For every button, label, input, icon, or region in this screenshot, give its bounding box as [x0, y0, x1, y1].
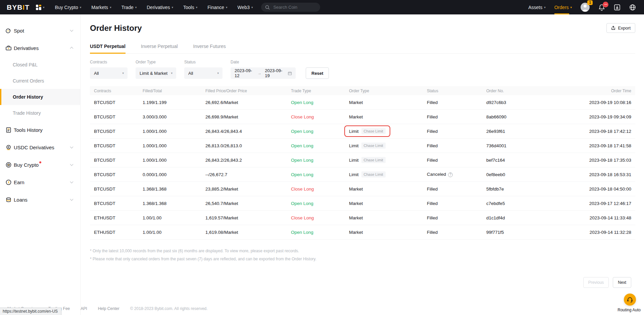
contracts-select[interactable]: All ▾	[90, 67, 128, 79]
date-to: 2023-09-19	[265, 68, 284, 78]
order-type-label: Limit	[349, 172, 359, 177]
download-app-button[interactable]	[614, 4, 621, 11]
search-box[interactable]	[261, 3, 320, 12]
cell-order-time: 2023-09-18 17:35:03	[558, 158, 635, 163]
chase-limit-badge: Chase Limit	[361, 128, 386, 134]
tab-inverse-perpetual[interactable]: Inverse Perpetual	[141, 44, 178, 53]
question-circle-icon[interactable]: ?	[448, 172, 453, 177]
table-row[interactable]: BTCUSDT1.000/1.00026,843.2/26,843.2Open …	[90, 153, 635, 167]
sidebar-item-label: Trade History	[13, 110, 41, 116]
nav-menu: Buy Crypto▾Markets▾Trade▾Derivatives▾Too…	[50, 0, 258, 14]
derivatives-icon	[5, 45, 12, 51]
support-chat-button[interactable]	[624, 294, 636, 306]
chevron-down-icon	[70, 198, 73, 201]
cell-trade-type: Open Long	[291, 201, 349, 206]
footer-link-help-center[interactable]: Help Center	[98, 306, 119, 311]
notifications-button[interactable]	[598, 4, 605, 11]
column-header-trade-type: Trade Type	[291, 89, 349, 93]
status-label: Filled	[427, 129, 438, 134]
sidebar: SpotDerivativesClosed P&LCurrent OrdersO…	[0, 14, 81, 315]
cell-filled-total: 1.368/1.368	[143, 187, 205, 192]
chevron-down-icon: ▾	[43, 6, 45, 9]
search-input[interactable]	[273, 4, 313, 10]
sidebar-item-trade-history[interactable]: Trade History	[0, 105, 80, 121]
orders-menu[interactable]: Orders ▾	[554, 0, 572, 14]
reset-button[interactable]: Reset	[306, 67, 329, 79]
bybit-logo[interactable]: BYBIT	[7, 3, 30, 11]
sidebar-item-spot[interactable]: Spot	[0, 22, 80, 39]
routing-auto-label[interactable]: Routing Auto	[617, 308, 641, 312]
logo-text: BYB	[7, 3, 22, 11]
chevron-down-icon	[70, 145, 73, 149]
previous-page-button[interactable]: Previous	[583, 277, 609, 288]
sidebar-item-buy-crypto[interactable]: Buy Crypto	[0, 156, 80, 173]
tab-usdt-perpetual[interactable]: USDT Perpetual	[90, 44, 126, 53]
nav-item-buy-crypto[interactable]: Buy Crypto▾	[50, 0, 87, 14]
tab-label: Inverse Perpetual	[141, 44, 178, 49]
apps-grid-icon	[36, 4, 42, 10]
nav-item-markets[interactable]: Markets▾	[86, 0, 116, 14]
sidebar-item-earn[interactable]: Earn	[0, 173, 80, 191]
order-type-label: Limit	[349, 158, 359, 163]
sidebar-item-current-orders[interactable]: Current Orders	[0, 73, 80, 89]
order-type-label: Limit	[349, 129, 359, 134]
chevron-down-icon: ▾	[570, 6, 572, 9]
annotation-highlight-box: LimitChase Limit	[344, 125, 390, 137]
sidebar-item-label: Loans	[14, 197, 28, 203]
nav-item-trade[interactable]: Trade▾	[116, 0, 142, 14]
apps-grid-button[interactable]: ▾	[36, 4, 45, 10]
cell-filled-total: 0.000/1.000	[143, 172, 205, 177]
cell-order-type: Market	[349, 215, 427, 220]
table-footnotes: * Only the latest 10,000 records from th…	[90, 248, 635, 262]
tab-inverse-futures[interactable]: Inverse Futures	[193, 44, 226, 53]
order-type-select[interactable]: Limit & Market ▾	[136, 67, 176, 79]
nav-item-derivatives[interactable]: Derivatives▾	[142, 0, 178, 14]
user-avatar[interactable]: 1	[581, 3, 590, 12]
nav-item-web3[interactable]: Web3▾	[233, 0, 258, 14]
next-page-button[interactable]: Next	[613, 277, 631, 288]
sidebar-item-tools-history[interactable]: Tools History	[0, 121, 80, 139]
cell-order-no: 5fbfdb7e	[486, 187, 558, 192]
cell-filled-total: 3.000/3.000	[143, 114, 205, 119]
order-history-table: ContractsFilled/TotalFilled Price/Order …	[90, 86, 635, 240]
sidebar-item-label: Earn	[14, 179, 24, 185]
language-button[interactable]	[629, 4, 636, 11]
nav-item-finance[interactable]: Finance▾	[202, 0, 232, 14]
sidebar-item-loans[interactable]: Loans	[0, 191, 80, 208]
sidebar-item-label: Derivatives	[14, 45, 39, 51]
cell-contracts: BTCUSDT	[90, 187, 143, 192]
nav-right-cluster: Assets ▾ Orders ▾ 1	[528, 0, 636, 14]
nav-item-label: Tools	[183, 5, 194, 10]
nav-item-tools[interactable]: Tools▾	[178, 0, 202, 14]
cell-order-type: LimitChase Limit	[349, 143, 427, 149]
cell-order-time: 2023-09-19 10:08:16	[558, 100, 635, 105]
cell-filled-price: 26,540.7/Market	[205, 201, 291, 206]
sidebar-item-order-history[interactable]: Order History	[0, 89, 80, 105]
cell-status: Filled	[427, 158, 486, 163]
filter-bar: Contracts All ▾ Order Type Limit & Marke…	[90, 60, 635, 79]
status-select[interactable]: All ▾	[184, 67, 222, 79]
sidebar-item-derivatives[interactable]: Derivatives	[0, 39, 80, 57]
sidebar-item-usdc-derivatives[interactable]: USDC Derivatives	[0, 139, 80, 156]
table-row[interactable]: ETHUSDT1.00/1.001,619.08/MarketOpen Long…	[90, 225, 635, 240]
table-row[interactable]: BTCUSDT1.000/1.00026,813.0/26,813.0Open …	[90, 139, 635, 153]
export-label: Export	[618, 25, 631, 31]
table-row[interactable]: ETHUSDT1.00/1.001,619.57/MarketClose Lon…	[90, 211, 635, 225]
date-range-picker[interactable]: 2023-09-12 → 2023-09-19	[231, 67, 296, 79]
table-row[interactable]: BTCUSDT1.368/1.36823,885.2/MarketClose L…	[90, 182, 635, 196]
table-row[interactable]: BTCUSDT1.199/1.19926,692.6/MarketOpen Lo…	[90, 95, 635, 110]
sidebar-item-closed-p-l[interactable]: Closed P&L	[0, 57, 80, 73]
cell-filled-price: 26,698.9/Market	[205, 114, 291, 119]
chevron-down-icon: ▾	[171, 71, 172, 75]
status-label: Filled	[427, 201, 438, 206]
tab-label: Inverse Futures	[193, 44, 226, 49]
table-row[interactable]: BTCUSDT1.000/1.00026,843.4/26,843.4Open …	[90, 124, 635, 139]
export-button[interactable]: Export	[606, 23, 635, 33]
nav-item-label: Derivatives	[147, 5, 170, 10]
table-row[interactable]: BTCUSDT0.000/1.000--/26,672.7Open LongLi…	[90, 167, 635, 182]
footer-link-api[interactable]: API	[81, 306, 87, 311]
cell-order-time: 2023-09-14 11:33:48	[558, 215, 635, 220]
table-row[interactable]: BTCUSDT3.000/3.00026,698.9/MarketClose L…	[90, 110, 635, 124]
table-row[interactable]: BTCUSDT1.368/1.36826,540.7/MarketOpen Lo…	[90, 196, 635, 211]
assets-menu[interactable]: Assets ▾	[528, 5, 546, 10]
